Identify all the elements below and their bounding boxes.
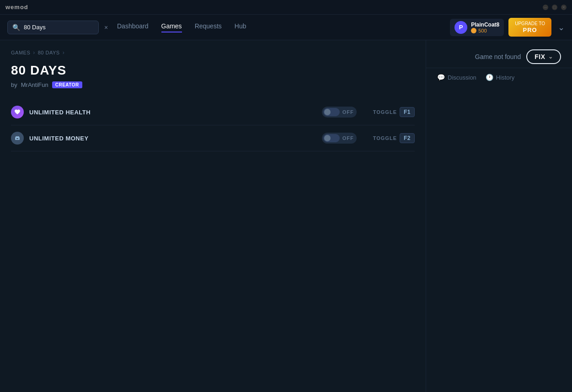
toggle-track-health	[323, 108, 340, 116]
author-prefix: by	[11, 81, 17, 88]
search-icon: 🔍	[12, 24, 20, 31]
svg-rect-2	[16, 138, 18, 139]
keybind-toggle-label-health: TOGGLE	[373, 109, 397, 115]
search-box[interactable]: 🔍 ×	[7, 21, 99, 34]
history-icon: 🕐	[486, 74, 493, 81]
user-name: PlainCoat8	[471, 21, 499, 28]
maximize-button[interactable]: □	[552, 5, 557, 10]
dropdown-arrow-icon[interactable]: ⌄	[558, 22, 565, 32]
app-logo: wemod	[5, 4, 28, 11]
cheats-list: UNLIMITED HEALTH OFF TOGGLE F1	[11, 99, 415, 151]
discussion-icon: 💬	[437, 74, 445, 81]
cheat-toggle-health[interactable]: OFF	[322, 107, 357, 118]
game-title: 80 DAYS	[11, 63, 415, 78]
right-divider	[426, 68, 572, 68]
keybind-key-health[interactable]: F1	[400, 107, 415, 117]
nav-link-requests[interactable]: Requests	[195, 22, 222, 32]
right-tabs: 💬 Discussion 🕐 History	[426, 74, 572, 85]
creator-badge: CREATOR	[52, 81, 82, 88]
cheat-name-money: UNLIMITED MONEY	[29, 135, 316, 142]
window-controls[interactable]: ─ □ ✕	[543, 5, 567, 10]
upgrade-label-top: UPGRADE TO	[515, 21, 545, 27]
nav-link-games[interactable]: Games	[161, 22, 182, 32]
breadcrumb-games[interactable]: GAMES	[11, 50, 30, 55]
tab-discussion[interactable]: 💬 Discussion	[437, 74, 476, 85]
right-panel: Game not found FIX ⌄ 💬 Discussion 🕐 Hist…	[426, 40, 572, 392]
search-clear-button[interactable]: ×	[104, 24, 108, 31]
cheat-name-health: UNLIMITED HEALTH	[29, 109, 316, 116]
breadcrumb-sep-1: ›	[33, 49, 35, 56]
keybind-key-money[interactable]: F2	[400, 133, 415, 143]
user-info: PlainCoat8 500	[471, 21, 499, 33]
avatar: P	[454, 21, 467, 34]
tab-history[interactable]: 🕐 History	[486, 74, 514, 85]
main-content: GAMES › 80 DAYS › 80 DAYS by MrAntiFun C…	[0, 40, 572, 392]
breadcrumb-game-name[interactable]: 80 DAYS	[38, 50, 60, 55]
cheat-row: UNLIMITED HEALTH OFF TOGGLE F1	[11, 99, 415, 125]
user-coins: 500	[471, 28, 499, 33]
user-badge[interactable]: P PlainCoat8 500	[450, 19, 504, 36]
close-button[interactable]: ✕	[561, 5, 567, 10]
game-not-found-row: Game not found FIX ⌄	[437, 49, 561, 68]
breadcrumb-sep-2: ›	[63, 49, 65, 56]
coin-count: 500	[478, 28, 486, 33]
upgrade-button[interactable]: UPGRADE TO PRO	[508, 18, 551, 37]
right-panel-top: Game not found FIX ⌄	[426, 40, 572, 68]
game-not-found-text: Game not found	[475, 53, 521, 60]
cheat-icon-health	[11, 106, 24, 118]
coin-icon	[471, 28, 476, 33]
game-author: by MrAntiFun CREATOR	[11, 81, 415, 88]
author-name: MrAntiFun	[21, 81, 48, 88]
cheat-toggle-money[interactable]: OFF	[322, 133, 357, 144]
cheat-keybind-health: TOGGLE F1	[373, 107, 415, 117]
fix-chevron-icon: ⌄	[548, 54, 553, 60]
nav-right: P PlainCoat8 500 UPGRADE TO PRO ⌄	[450, 18, 565, 37]
nav-link-dashboard[interactable]: Dashboard	[117, 22, 149, 32]
toggle-knob-money	[324, 135, 331, 141]
svg-rect-1	[16, 136, 19, 138]
minimize-button[interactable]: ─	[543, 5, 548, 10]
left-panel: GAMES › 80 DAYS › 80 DAYS by MrAntiFun C…	[0, 40, 426, 392]
cheat-row: UNLIMITED MONEY OFF TOGGLE F2	[11, 125, 415, 151]
fix-label: FIX	[535, 53, 545, 60]
toggle-knob-health	[324, 109, 331, 115]
toggle-label-health: OFF	[342, 109, 354, 115]
cheat-keybind-money: TOGGLE F2	[373, 133, 415, 143]
toggle-label-money: OFF	[342, 135, 354, 141]
title-bar: wemod ─ □ ✕	[0, 0, 572, 15]
toggle-track-money	[323, 134, 340, 142]
tab-history-label: History	[496, 74, 514, 81]
cheat-icon-money	[11, 132, 24, 145]
breadcrumb: GAMES › 80 DAYS ›	[11, 49, 415, 56]
upgrade-label-pro: PRO	[523, 27, 537, 34]
tab-discussion-label: Discussion	[448, 74, 476, 81]
search-input[interactable]	[24, 24, 101, 31]
main-nav: Dashboard Games Requests Hub	[117, 22, 246, 32]
top-nav: 🔍 × Dashboard Games Requests Hub P Plain…	[0, 15, 572, 40]
fix-button[interactable]: FIX ⌄	[526, 49, 561, 64]
keybind-toggle-label-money: TOGGLE	[373, 135, 397, 141]
nav-link-hub[interactable]: Hub	[235, 22, 246, 32]
